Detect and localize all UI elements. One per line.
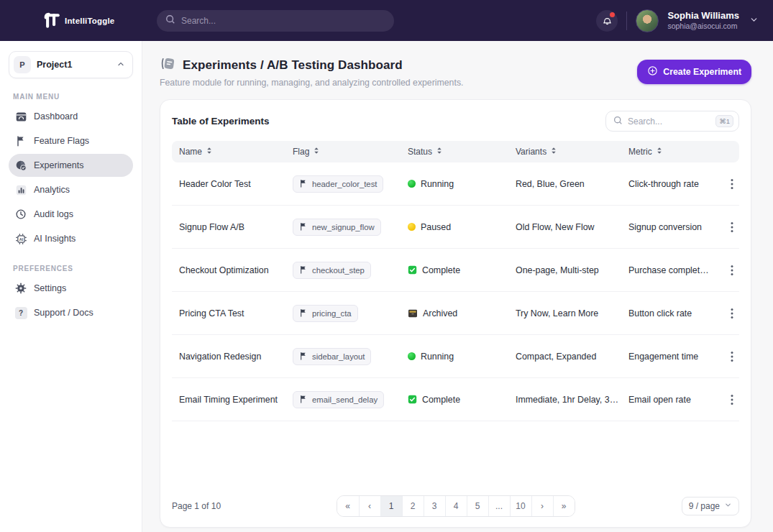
- pagination-next[interactable]: ›: [531, 496, 553, 516]
- experiments-icon: [14, 159, 27, 172]
- plus-circle-icon: [647, 65, 658, 78]
- pagination-last[interactable]: »: [553, 496, 575, 516]
- pagination-prev[interactable]: ‹: [359, 496, 380, 516]
- user-name: Sophia Williams: [667, 10, 739, 22]
- sidebar-item-feature-flags[interactable]: Feature Flags: [9, 129, 133, 152]
- sidebar-item-label: Dashboard: [34, 111, 78, 121]
- sidebar-item-ai-insights[interactable]: AI AI Insights: [9, 227, 133, 250]
- divider: [626, 12, 627, 30]
- status-running-icon: [408, 180, 416, 188]
- status-cell: Paused: [401, 222, 508, 232]
- column-header-name[interactable]: Name: [172, 147, 285, 157]
- topbar: IntelliToggle Sophia Williams sophia@ais…: [0, 0, 773, 41]
- sidebar: P Project1 MAIN MENU Dashboard Feature F…: [0, 41, 142, 532]
- intellitoggle-logo-icon: [42, 10, 60, 32]
- page-summary: Page 1 of 10: [172, 501, 337, 511]
- sidebar-item-label: Experiments: [34, 160, 83, 170]
- table-footer: Page 1 of 10 « ‹ 1 2 3 4 5 ... 10 › » 9 …: [160, 487, 751, 527]
- sidebar-item-support-docs[interactable]: ? Support / Docs: [9, 301, 133, 324]
- page-size-select[interactable]: 9 / page: [682, 497, 739, 515]
- table-header-row: Name Flag Status Variants Metric: [172, 141, 739, 162]
- experiment-name: Checkout Optimization: [172, 265, 285, 275]
- column-header-variants[interactable]: Variants: [508, 147, 621, 157]
- section-label-preferences: PREFERENCES: [13, 265, 133, 272]
- sidebar-item-experiments[interactable]: Experiments: [9, 154, 133, 177]
- pagination-page-2[interactable]: 2: [402, 496, 424, 516]
- flag-badge: pricing_cta: [293, 305, 358, 322]
- status-label: Running: [421, 179, 454, 189]
- create-experiment-label: Create Experiment: [663, 67, 741, 77]
- pagination: « ‹ 1 2 3 4 5 ... 10 › »: [337, 495, 575, 517]
- chevron-down-icon[interactable]: [749, 14, 759, 27]
- row-actions-button[interactable]: [728, 391, 736, 408]
- row-actions-button[interactable]: [728, 175, 736, 193]
- row-actions-button[interactable]: [728, 348, 736, 365]
- column-header-status[interactable]: Status: [401, 147, 508, 157]
- status-running-icon: [408, 352, 416, 360]
- sidebar-item-audit-logs[interactable]: Audit logs: [9, 203, 133, 226]
- pagination-page-10[interactable]: 10: [510, 496, 531, 516]
- sort-icon: [206, 147, 212, 157]
- avatar[interactable]: [636, 9, 659, 32]
- gear-icon: [14, 282, 27, 295]
- chevron-up-icon: [116, 58, 125, 71]
- status-archived-icon: [408, 309, 418, 318]
- status-cell: Running: [401, 352, 508, 362]
- column-header-flag[interactable]: Flag: [285, 147, 401, 157]
- notifications-button[interactable]: [596, 10, 618, 32]
- experiment-name: Signup Flow A/B: [172, 222, 285, 232]
- flag-key: checkout_step: [312, 266, 365, 275]
- status-label: Running: [421, 352, 454, 362]
- page-subtitle: Feature module for running, managing, an…: [160, 78, 463, 88]
- pagination-page-4[interactable]: 4: [445, 496, 467, 516]
- flag-key: pricing_cta: [312, 309, 352, 318]
- pagination-first[interactable]: «: [337, 496, 359, 516]
- pagination-page-3[interactable]: 3: [424, 496, 445, 516]
- variants: Red, Blue, Green: [508, 179, 621, 189]
- table-row: Header Color Test header_color_test: [172, 162, 739, 206]
- variants: One-page, Multi-step: [508, 265, 621, 275]
- pagination-page-5[interactable]: 5: [467, 496, 488, 516]
- svg-text:AI: AI: [19, 237, 23, 241]
- analytics-icon: [14, 183, 27, 196]
- column-header-metric[interactable]: Metric: [621, 147, 710, 157]
- project-selector[interactable]: P Project1: [9, 51, 133, 78]
- global-search-input[interactable]: [181, 16, 385, 26]
- flag-icon: [299, 352, 308, 362]
- sidebar-item-analytics[interactable]: Analytics: [9, 178, 133, 201]
- sort-icon: [314, 147, 319, 157]
- experiments-page-icon: [160, 55, 176, 75]
- row-actions-button[interactable]: [728, 262, 736, 279]
- create-experiment-button[interactable]: Create Experiment: [637, 60, 751, 84]
- sidebar-item-label: Analytics: [34, 185, 70, 195]
- sidebar-item-dashboard[interactable]: Dashboard: [9, 105, 133, 128]
- flag-badge: checkout_step: [293, 262, 371, 279]
- flag-key: header_color_test: [312, 180, 377, 188]
- status-complete-icon: [408, 265, 417, 275]
- sort-icon: [657, 147, 662, 157]
- sidebar-item-label: Feature Flags: [34, 136, 89, 146]
- pagination-page-1[interactable]: 1: [380, 496, 402, 516]
- status-label: Paused: [421, 222, 451, 232]
- experiments-table-card: Table of Experiments ⌘1 Name Flag Status…: [160, 99, 751, 528]
- row-actions-button[interactable]: [728, 305, 736, 322]
- metric: Engagement time: [621, 352, 710, 362]
- sidebar-item-label: AI Insights: [34, 234, 76, 244]
- flag-key: email_send_delay: [312, 395, 378, 404]
- flag-badge: email_send_delay: [293, 391, 384, 408]
- page-title: Experiments / A/B Testing Dashboard: [183, 58, 403, 73]
- user-email: sophia@aisocui.com: [667, 22, 739, 31]
- pagination-ellipsis[interactable]: ...: [488, 496, 510, 516]
- table-row: Pricing CTA Test pricing_cta: [172, 292, 739, 335]
- row-actions-button[interactable]: [728, 219, 736, 236]
- chevron-down-icon: [724, 501, 732, 511]
- sidebar-item-label: Settings: [34, 283, 66, 293]
- flag-icon: [299, 222, 308, 232]
- variants: Old Flow, New Flow: [508, 222, 621, 232]
- status-cell: Complete: [401, 265, 508, 275]
- flag-icon: [299, 179, 308, 189]
- experiment-name: Navigation Redesign: [172, 352, 285, 362]
- table-search-input[interactable]: [628, 116, 710, 127]
- sidebar-item-settings[interactable]: Settings: [9, 277, 133, 300]
- status-paused-icon: [408, 223, 416, 231]
